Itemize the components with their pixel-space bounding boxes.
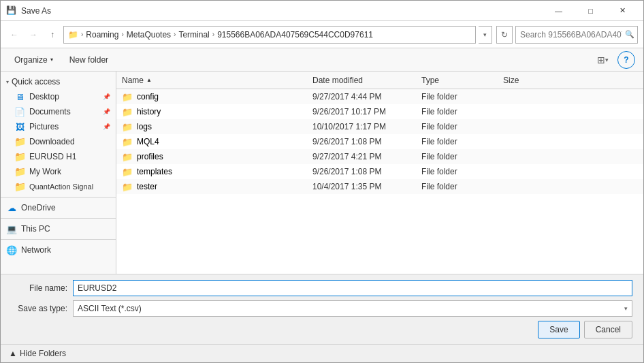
close-button[interactable]: ✕ (607, 1, 638, 21)
folder-icon-logs: 📁 (122, 122, 133, 132)
table-row[interactable]: 📁logs 10/10/2017 1:17 PM File folder (116, 119, 643, 134)
sort-icon: ▲ (146, 77, 152, 83)
forward-button[interactable]: → (25, 27, 42, 43)
sidebar-item-documents[interactable]: 📄 Documents 📌 (1, 104, 116, 119)
quantaction-folder-icon: 📁 (14, 181, 25, 192)
path-segment-terminal[interactable]: Terminal (178, 30, 209, 40)
search-input[interactable] (520, 30, 622, 40)
filename-input[interactable] (73, 280, 632, 296)
address-bar: ← → ↑ 📁 › Roaming › MetaQuotes › Termina… (1, 21, 643, 48)
view-chevron-icon: ▾ (605, 57, 609, 63)
up-button[interactable]: ↑ (44, 27, 61, 43)
organize-button[interactable]: Organize ▾ (9, 51, 59, 69)
file-list-header: Name ▲ Date modified Type Size (116, 72, 643, 89)
sidebar-item-onedrive[interactable]: ☁ OneDrive (1, 200, 116, 215)
sidebar-item-mywork[interactable]: 📁 My Work (1, 164, 116, 179)
folder-icon-templates: 📁 (122, 167, 133, 177)
filename-row: File name: (12, 280, 632, 296)
hide-folders-button[interactable]: ▲ Hide Folders (6, 347, 69, 360)
header-name[interactable]: Name ▲ (116, 72, 307, 89)
refresh-button[interactable]: ↻ (496, 26, 513, 44)
folder-icon-mql4: 📁 (122, 137, 133, 147)
downloaded-folder-icon: 📁 (14, 136, 25, 147)
file-list: Name ▲ Date modified Type Size 📁config 9… (116, 72, 643, 274)
folder-icon-tester: 📁 (122, 182, 133, 192)
sidebar-divider-1 (1, 197, 116, 198)
sidebar-item-network[interactable]: 🌐 Network (1, 242, 116, 257)
folder-icon-config: 📁 (122, 92, 133, 102)
back-button[interactable]: ← (6, 27, 22, 43)
pin-icon-pics: 📌 (103, 123, 110, 130)
window-icon: 💾 (6, 5, 17, 16)
pictures-icon: 🖼 (14, 121, 25, 132)
desktop-icon: 🖥 (14, 91, 25, 102)
header-size[interactable]: Size (498, 72, 552, 89)
help-button[interactable]: ? (617, 51, 635, 69)
main-content: ▾ Quick access 🖥 Desktop 📌 📄 Documents 📌… (1, 72, 643, 274)
pin-icon-docs: 📌 (103, 108, 110, 115)
hide-folders-label: Hide Folders (20, 349, 66, 358)
filetype-row: Save as type: ASCII Text (*.csv) ▾ (12, 300, 632, 317)
folder-icon-history: 📁 (122, 107, 133, 117)
filetype-chevron-icon: ▾ (624, 305, 628, 312)
path-segment-metaquotes[interactable]: MetaQuotes (127, 30, 171, 40)
sidebar-item-desktop[interactable]: 🖥 Desktop 📌 (1, 89, 116, 104)
table-row[interactable]: 📁templates 9/26/2017 1:08 PM File folder (116, 164, 643, 179)
title-bar-controls: — □ ✕ (543, 1, 638, 21)
filename-label: File name: (12, 283, 73, 293)
documents-icon: 📄 (14, 106, 25, 117)
window-title: Save As (21, 6, 51, 16)
sidebar-divider-2 (1, 218, 116, 219)
sidebar-item-pictures[interactable]: 🖼 Pictures 📌 (1, 119, 116, 134)
sidebar-item-downloaded[interactable]: 📁 Downloaded (1, 134, 116, 149)
save-as-dialog: 💾 Save As — □ ✕ ← → ↑ 📁 › Roaming › Meta… (0, 0, 644, 363)
sidebar-divider-3 (1, 239, 116, 240)
folder-icon-profiles: 📁 (122, 152, 133, 162)
title-bar: 💾 Save As — □ ✕ (1, 1, 643, 21)
table-row[interactable]: 📁tester 10/4/2017 1:35 PM File folder (116, 179, 643, 194)
folder-icon-path: 📁 (68, 30, 78, 40)
view-icon: ⊞ (597, 54, 605, 65)
bottom-section: File name: Save as type: ASCII Text (*.c… (1, 274, 643, 344)
sidebar-item-quantaction[interactable]: 📁 QuantAction Signal (1, 179, 116, 194)
hide-folders-chevron-icon: ▲ (9, 349, 17, 358)
save-button[interactable]: Save (538, 321, 579, 338)
path-segment-id[interactable]: 915566BA06ADA407569C544CC0D97611 (217, 30, 373, 40)
mywork-folder-icon: 📁 (14, 166, 25, 177)
address-dropdown-button[interactable]: ▾ (479, 26, 492, 44)
sidebar: ▾ Quick access 🖥 Desktop 📌 📄 Documents 📌… (1, 72, 116, 274)
header-type[interactable]: Type (416, 72, 498, 89)
cancel-button[interactable]: Cancel (584, 321, 632, 338)
title-bar-left: 💾 Save As (6, 5, 51, 16)
quick-access-chevron-icon: ▾ (6, 79, 9, 85)
minimize-button[interactable]: — (543, 1, 574, 21)
search-box: 🔍 (515, 26, 638, 44)
maximize-button[interactable]: □ (575, 1, 606, 21)
quick-access-label: Quick access (12, 77, 60, 86)
network-icon: 🌐 (6, 244, 17, 255)
table-row[interactable]: 📁profiles 9/27/2017 4:21 PM File folder (116, 149, 643, 164)
table-row[interactable]: 📁config 9/27/2017 4:44 PM File folder (116, 89, 643, 104)
table-row[interactable]: 📁history 9/26/2017 10:17 PM File folder (116, 104, 643, 119)
organize-chevron-icon: ▾ (50, 57, 53, 63)
view-button[interactable]: ⊞ ▾ (593, 51, 612, 69)
sidebar-item-thispc[interactable]: 💻 This PC (1, 221, 116, 236)
onedrive-icon: ☁ (6, 202, 17, 213)
sidebar-item-eurusd[interactable]: 📁 EURUSD H1 (1, 149, 116, 164)
filetype-label: Save as type: (12, 304, 73, 313)
sidebar-section-quick-access: ▾ Quick access 🖥 Desktop 📌 📄 Documents 📌… (1, 74, 116, 194)
thispc-icon: 💻 (6, 223, 17, 234)
pin-icon: 📌 (103, 93, 110, 100)
quick-access-header[interactable]: ▾ Quick access (1, 74, 116, 89)
header-date[interactable]: Date modified (307, 72, 416, 89)
new-folder-button[interactable]: New folder (64, 51, 114, 69)
table-row[interactable]: 📁MQL4 9/26/2017 1:08 PM File folder (116, 134, 643, 149)
toolbar: Organize ▾ New folder ⊞ ▾ ? (1, 48, 643, 72)
eurusd-folder-icon: 📁 (14, 151, 25, 162)
filetype-select[interactable]: ASCII Text (*.csv) ▾ (73, 300, 632, 317)
bottom-buttons: Save Cancel (12, 321, 632, 338)
search-icon: 🔍 (625, 30, 634, 39)
path-segment-roaming[interactable]: Roaming (86, 30, 118, 40)
address-path[interactable]: 📁 › Roaming › MetaQuotes › Terminal › 91… (63, 26, 476, 44)
hide-folders-row: ▲ Hide Folders (1, 344, 643, 362)
